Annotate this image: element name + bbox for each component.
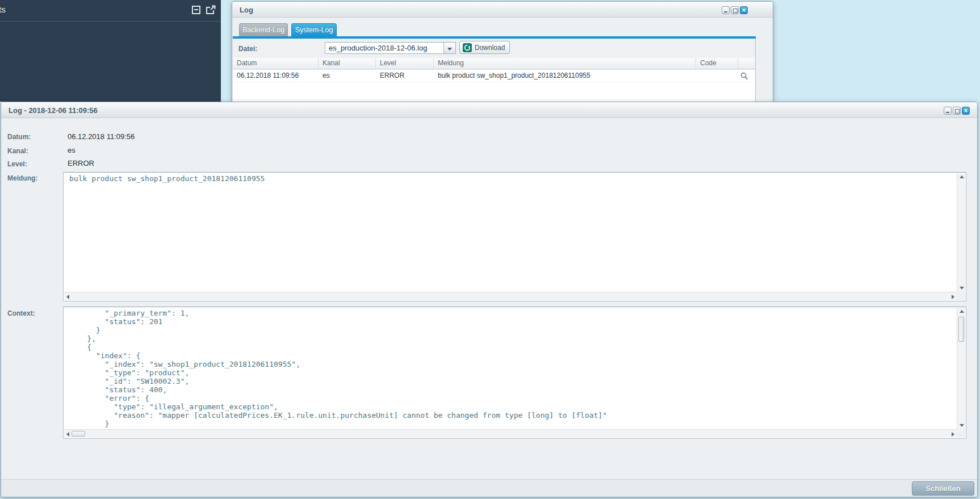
log-grid-body: 06.12.2018 11:09:56 es ERROR bulk produc…	[233, 70, 755, 102]
schliessen-button[interactable]: Schließen	[912, 481, 974, 496]
system-log-panel: Datei: es_production-2018-12-06.log Down…	[233, 39, 756, 102]
scroll-right-icon[interactable]	[952, 295, 954, 299]
scrollbar-corner	[957, 292, 965, 300]
log-window: Log Backend-Log System-Log Datei: es_pro…	[232, 1, 773, 102]
maximize-button[interactable]	[953, 107, 961, 115]
context-textarea[interactable]: "_primary_term": 1, "status": 201 } }, {…	[63, 307, 966, 439]
detail-window-title: Log - 2018-12-06 11:09:56	[9, 106, 98, 115]
column-header-meldung[interactable]: Meldung	[434, 58, 696, 69]
datum-label: Datum:	[7, 133, 31, 141]
column-header-actions	[738, 58, 755, 69]
download-icon	[463, 43, 472, 52]
cell-datum: 06.12.2018 11:09:56	[233, 70, 319, 82]
tab-backend-log[interactable]: Backend-Log	[239, 23, 288, 36]
close-button[interactable]	[962, 107, 970, 115]
level-value: ERROR	[68, 159, 94, 167]
file-combobox-input[interactable]: es_production-2018-12-06.log	[325, 42, 444, 54]
cell-level: ERROR	[376, 70, 434, 82]
context-label: Context:	[7, 309, 35, 317]
file-label: Datei:	[238, 45, 257, 53]
log-grid-header: Datum Kanal Level Meldung Code	[233, 58, 755, 69]
level-label: Level:	[7, 160, 27, 168]
tab-system-log[interactable]: System-Log	[291, 23, 337, 36]
log-window-title: Log	[240, 6, 253, 14]
background-panel: ts	[0, 0, 221, 102]
meldung-textarea[interactable]: bulk product sw_shop1_product_2018120611…	[63, 172, 966, 301]
cell-meldung: bulk product sw_shop1_product_2018120611…	[434, 70, 696, 82]
context-horizontal-scrollbar[interactable]	[64, 429, 957, 438]
table-row[interactable]: 06.12.2018 11:09:56 es ERROR bulk produc…	[233, 70, 755, 82]
background-panel-header: ts	[0, 0, 221, 22]
meldung-text: bulk product sw_shop1_product_2018120611…	[69, 174, 954, 291]
column-header-code[interactable]: Code	[696, 58, 738, 69]
kanal-label: Kanal:	[7, 147, 28, 155]
popout-icon[interactable]	[205, 5, 216, 15]
maximize-button[interactable]	[731, 6, 739, 14]
background-panel-title: ts	[0, 5, 6, 14]
minimize-button[interactable]	[944, 107, 952, 115]
vertical-scroll-thumb[interactable]	[958, 317, 964, 342]
combobox-trigger-icon[interactable]	[444, 42, 456, 54]
file-combobox: es_production-2018-12-06.log	[325, 42, 456, 54]
scroll-up-icon[interactable]	[960, 175, 964, 178]
log-window-titlebar: Log	[232, 2, 773, 18]
kanal-value: es	[68, 146, 76, 154]
log-detail-window: Log - 2018-12-06 11:09:56 Datum: 06.12.2…	[1, 102, 978, 497]
cell-kanal: es	[319, 70, 376, 82]
scroll-up-icon[interactable]	[960, 310, 964, 313]
context-vertical-scrollbar[interactable]	[957, 308, 965, 429]
scroll-right-icon[interactable]	[952, 432, 954, 437]
close-button[interactable]	[740, 6, 748, 14]
horizontal-scroll-thumb[interactable]	[72, 431, 85, 437]
column-header-level[interactable]: Level	[376, 58, 434, 69]
meldung-vertical-scrollbar[interactable]	[957, 173, 965, 292]
meldung-label: Meldung:	[7, 174, 37, 182]
cell-code	[696, 70, 738, 82]
context-text: "_primary_term": 1, "status": 201 } }, {…	[69, 309, 954, 428]
scroll-left-icon[interactable]	[66, 295, 69, 299]
minimize-button[interactable]	[722, 6, 730, 14]
detail-window-titlebar: Log - 2018-12-06 11:09:56	[1, 102, 977, 118]
column-header-kanal[interactable]: Kanal	[319, 58, 376, 69]
desktop: { "background_window": { "title_fragment…	[0, 0, 980, 499]
column-header-datum[interactable]: Datum	[233, 58, 319, 69]
scroll-down-icon[interactable]	[960, 287, 964, 290]
datum-value: 06.12.2018 11:09:56	[68, 132, 135, 141]
scroll-left-icon[interactable]	[66, 432, 69, 437]
scroll-down-icon[interactable]	[960, 424, 964, 427]
scrollbar-corner	[957, 429, 965, 438]
download-button-label: Download	[475, 44, 505, 52]
meldung-horizontal-scrollbar[interactable]	[64, 292, 957, 300]
detail-window-footer: Schließen	[1, 479, 977, 497]
magnifier-icon[interactable]	[740, 72, 748, 80]
collapse-icon[interactable]	[192, 6, 200, 14]
download-button[interactable]: Download	[459, 41, 510, 54]
